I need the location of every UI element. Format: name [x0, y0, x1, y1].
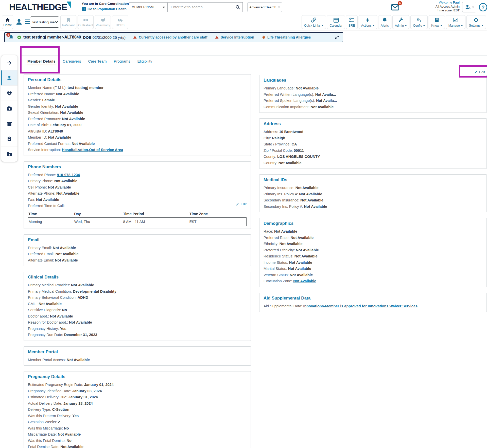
- member-dob: DOB 02/01/2000 25 yr(s): [83, 35, 126, 40]
- actions-button[interactable]: Actions: [359, 15, 377, 29]
- field-label: Preferred Name:: [28, 92, 56, 96]
- field-label: Estimated Delivery Due:: [28, 395, 68, 399]
- sidebar-item-archive-box[interactable]: [1, 116, 18, 131]
- main-toolbar: Home test testingj men InPatientOutPatie…: [0, 14, 487, 30]
- field-preferred-email: Preferred Email: Not Available: [28, 251, 247, 257]
- search-icon[interactable]: [235, 5, 240, 10]
- field-label: Altruista ID:: [28, 129, 48, 133]
- field-value: ALT8040: [48, 129, 63, 133]
- inpatient-button[interactable]: InPatient: [60, 15, 76, 29]
- field-label: Address:: [264, 130, 279, 134]
- chart-icon: [453, 17, 459, 23]
- arrow-right-icon: [7, 60, 12, 65]
- field-preferred-race: Preferred Race: Not Available: [264, 235, 482, 241]
- field-label: Primary Ins. Policy #:: [264, 192, 299, 196]
- field-primary-insurance: Primary Insurance: Not Available: [264, 185, 482, 191]
- help-button[interactable]: ?: [479, 3, 487, 11]
- settings-button[interactable]: Settings: [466, 15, 486, 29]
- calendar-button[interactable]: Calendar: [327, 15, 345, 29]
- search-input[interactable]: [171, 5, 235, 9]
- field-member-name-f-m-l: Member Name (F-M-L): test testingj membe…: [28, 85, 247, 91]
- panel-address: AddressAddress: 10 BrentwoodCity: Raleig…: [259, 118, 487, 169]
- tab-member-details[interactable]: Member Details: [27, 59, 56, 65]
- field-value: Not Available: [295, 186, 319, 190]
- outpatient-button[interactable]: OutPatient: [78, 15, 94, 29]
- member-selector[interactable]: test testingj men: [30, 16, 59, 28]
- pharmacy-button[interactable]: Pharmacy: [95, 15, 111, 29]
- tab-programs[interactable]: Programs: [113, 59, 131, 65]
- field-date-of-birth: Date of Birth: February 01, 2000: [28, 122, 247, 128]
- hamburger-menu-button[interactable]: [25, 20, 30, 25]
- field-value-link[interactable]: 910-978-1234: [57, 173, 80, 177]
- home-button[interactable]: Home: [2, 15, 13, 29]
- field-value-link[interactable]: Not Available: [293, 279, 316, 283]
- field-value: Yes: [72, 414, 79, 418]
- user-settings-button[interactable]: [462, 2, 476, 12]
- advanced-search-button[interactable]: Advanced Search: [247, 2, 282, 12]
- tab-eligibility[interactable]: Eligibility: [137, 59, 153, 65]
- field-pregnancy-identified-date: Pregnancy Identified Date: January 03, 2…: [28, 388, 247, 394]
- hcbs-button[interactable]: HCBS: [112, 15, 128, 29]
- sidebar-item-med-bag[interactable]: [1, 101, 18, 116]
- panel-title: Personal Details: [28, 77, 247, 83]
- tab-care-team[interactable]: Care Team: [88, 59, 107, 65]
- mail-button[interactable]: 0: [390, 3, 400, 12]
- member-person-button[interactable]: [15, 18, 23, 26]
- field-gestation-weeks: Gestation Weeks: 2: [28, 419, 247, 425]
- field-member-portal-access: Member Portal Access: Not Available: [28, 357, 247, 363]
- field-label: Sexual Orientation:: [28, 110, 60, 115]
- expand-banner-icon[interactable]: [335, 35, 339, 40]
- context-line: You are in Care Coordination: [82, 2, 129, 6]
- quick-links-button[interactable]: Quick Links: [302, 15, 326, 29]
- member-search-group: MEMBER NAME: [129, 2, 243, 12]
- manage-button[interactable]: Manage: [446, 15, 465, 29]
- know-button[interactable]: Know: [429, 15, 445, 29]
- member-tabs: Member DetailsCaregiversCare TeamProgram…: [27, 59, 153, 65]
- search-category-select[interactable]: MEMBER NAME: [129, 2, 168, 12]
- sidebar-item-clipboard-check[interactable]: [1, 131, 18, 146]
- field-label: Alternate Email:: [28, 258, 55, 262]
- field-primary-language: Primary Language: Not Available: [264, 85, 482, 91]
- field-value: No: [62, 308, 67, 312]
- field-label: Preferred Contact Format:: [28, 142, 72, 146]
- sidebar-item-folder-upload[interactable]: [1, 146, 18, 162]
- field-primary-medical-condition: Primary Medical Condition: Developmental…: [28, 288, 247, 295]
- sidebar-item-arrow-right[interactable]: [1, 55, 18, 70]
- service-interruption-link[interactable]: Service Interruption: [221, 35, 254, 39]
- field-label: Was this Miscarriage:: [28, 426, 64, 430]
- panel-clinical-details: Clinical DetailsPrimary Medical Provider…: [24, 272, 251, 341]
- alerts-bell-button[interactable]: 5: [8, 34, 14, 40]
- field-value-link[interactable]: Innovations-Member is approved for Innov…: [303, 304, 418, 308]
- life-threatening-allergies-link[interactable]: Life Threatening Allergies: [267, 35, 311, 39]
- alerts-button[interactable]: Alerts: [378, 15, 391, 29]
- field-state-province: State / Province: CA: [264, 141, 482, 147]
- field-label: Primary Behavioral Condition:: [28, 295, 78, 300]
- field-value: ADHD: [78, 295, 88, 300]
- panel-pregnancy-details: Pregnancy DetailsEstimated Pregnancy Beg…: [24, 371, 251, 448]
- goto-population-health-link[interactable]: Go to Population Health: [82, 7, 129, 11]
- house-icon: [5, 17, 10, 23]
- field-value-link[interactable]: Hospitalization,Out of Service Area: [62, 148, 123, 152]
- admin-button[interactable]: Admin: [392, 15, 409, 29]
- patient-service-buttons: InPatientOutPatientPharmacyHCBS: [60, 15, 128, 29]
- sidebar-item-person[interactable]: [1, 70, 18, 86]
- currently-accessed-by-another-care-staff-link[interactable]: Currently accessed by another care staff: [139, 35, 207, 39]
- field-value: January 03, 2024: [72, 389, 102, 393]
- field-value: Not Available: [58, 432, 81, 436]
- field-value: Not Available: [288, 267, 311, 271]
- field-value: Not Available: [48, 185, 71, 189]
- field-label: Member ID:: [28, 135, 48, 139]
- bre-button[interactable]: BRE: [346, 15, 358, 29]
- field-value: test testingj member: [67, 86, 103, 90]
- field-ethnicity: Ethnicity: Not Available: [264, 241, 482, 247]
- field-value: February 01, 2000: [50, 123, 82, 127]
- edit-member-details-button[interactable]: Edit: [474, 70, 485, 74]
- panel-title: Pregnancy Details: [28, 374, 247, 380]
- config-button[interactable]: Config: [410, 15, 428, 29]
- sidebar-item-heart-pulse[interactable]: [1, 86, 18, 101]
- field-label: Fetal Demise Date:: [28, 445, 60, 448]
- tab-caregivers[interactable]: Caregivers: [62, 59, 82, 65]
- field-secondary-ins-policy: Secondary Ins. Policy #: Not Available: [264, 203, 482, 210]
- edit-phone-button[interactable]: Edit: [236, 202, 247, 206]
- field-label: Primary Insurance:: [264, 186, 295, 190]
